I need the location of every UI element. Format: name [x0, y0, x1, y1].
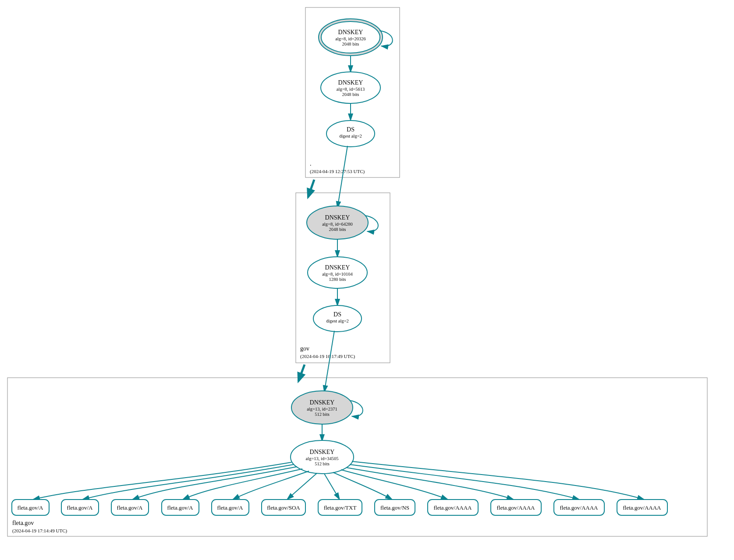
- svg-text:DNSKEY: DNSKEY: [325, 214, 350, 221]
- svg-text:2048 bits: 2048 bits: [342, 92, 359, 97]
- svg-text:DNSKEY: DNSKEY: [310, 449, 335, 455]
- leaf-2: fleta.gov/A: [111, 500, 149, 515]
- svg-text:fleta.gov/AAAA: fleta.gov/AAAA: [433, 504, 472, 511]
- svg-text:512 bits: 512 bits: [315, 461, 330, 466]
- edge-root-ds-to-gov-ksk: [337, 146, 347, 208]
- leaf-3: fleta.gov/A: [162, 500, 199, 515]
- zone-root-label: .: [310, 160, 312, 167]
- leaf-5: fleta.gov/SOA: [262, 500, 305, 515]
- svg-text:2048 bits: 2048 bits: [329, 227, 346, 232]
- zone-gov-label: gov: [300, 345, 309, 352]
- svg-text:DNSKEY: DNSKEY: [338, 29, 363, 35]
- leaf-6: fleta.gov/TXT: [318, 500, 362, 515]
- leaf-1: fleta.gov/A: [61, 500, 99, 515]
- svg-text:DS: DS: [333, 311, 341, 318]
- svg-text:fleta.gov/AAAA: fleta.gov/AAAA: [623, 504, 661, 511]
- svg-text:digest alg=2: digest alg=2: [326, 319, 349, 323]
- node-fleta-ksk: DNSKEY alg=13, id=2371 512 bits: [291, 391, 353, 424]
- leaf-8: fleta.gov/AAAA: [428, 500, 478, 515]
- svg-text:fleta.gov/A: fleta.gov/A: [18, 504, 43, 511]
- svg-text:DS: DS: [347, 126, 355, 133]
- edge-root-to-gov-zone: [308, 180, 314, 197]
- svg-text:fleta.gov/A: fleta.gov/A: [217, 504, 243, 511]
- node-fleta-zsk: DNSKEY alg=13, id=34505 512 bits: [291, 440, 354, 474]
- svg-text:fleta.gov/A: fleta.gov/A: [117, 504, 143, 511]
- node-gov-ds: DS digest alg=2: [313, 305, 362, 332]
- node-root-ksk: DNSKEY alg=8, id=20326 2048 bits: [319, 19, 383, 56]
- node-root-ds: DS digest alg=2: [326, 121, 375, 147]
- svg-text:alg=8, id=10104: alg=8, id=10104: [322, 272, 353, 276]
- svg-text:512 bits: 512 bits: [315, 412, 330, 417]
- leaf-11: fleta.gov/AAAA: [617, 500, 667, 515]
- svg-text:alg=13, id=34505: alg=13, id=34505: [306, 456, 339, 461]
- svg-text:fleta.gov/NS: fleta.gov/NS: [380, 504, 409, 511]
- svg-text:fleta.gov/A: fleta.gov/A: [167, 504, 193, 511]
- leaf-10: fleta.gov/AAAA: [554, 500, 604, 515]
- svg-text:fleta.gov/AAAA: fleta.gov/AAAA: [560, 504, 598, 511]
- node-gov-zsk: DNSKEY alg=8, id=10104 1280 bits: [308, 257, 367, 288]
- svg-text:fleta.gov/SOA: fleta.gov/SOA: [267, 504, 300, 511]
- node-gov-ksk: DNSKEY alg=8, id=64280 2048 bits: [307, 206, 368, 239]
- svg-text:1280 bits: 1280 bits: [329, 277, 346, 282]
- svg-text:alg=13, id=2371: alg=13, id=2371: [307, 407, 337, 411]
- svg-text:2048 bits: 2048 bits: [342, 42, 359, 46]
- svg-text:DNSKEY: DNSKEY: [310, 399, 335, 406]
- svg-text:DNSKEY: DNSKEY: [338, 79, 363, 86]
- leaf-7: fleta.gov/NS: [375, 500, 415, 515]
- svg-text:alg=8, id=64280: alg=8, id=64280: [322, 222, 353, 227]
- zone-fleta-timestamp: (2024-04-19 17:14:49 UTC): [12, 528, 67, 534]
- svg-text:alg=8, id=5613: alg=8, id=5613: [337, 87, 365, 92]
- svg-text:fleta.gov/TXT: fleta.gov/TXT: [324, 504, 357, 511]
- svg-text:fleta.gov/AAAA: fleta.gov/AAAA: [496, 504, 535, 511]
- leaf-0: fleta.gov/A: [12, 500, 49, 515]
- dnssec-diagram: . (2024-04-19 12:27:53 UTC) DNSKEY alg=8…: [0, 0, 734, 560]
- zone-fleta-label: fleta.gov: [12, 520, 34, 526]
- zone-root-timestamp: (2024-04-19 12:27:53 UTC): [310, 169, 365, 174]
- leaf-9: fleta.gov/AAAA: [491, 500, 541, 515]
- svg-text:digest alg=2: digest alg=2: [339, 134, 362, 138]
- svg-text:fleta.gov/A: fleta.gov/A: [67, 504, 93, 511]
- edge-gov-to-fleta-zone: [298, 365, 305, 381]
- edge-gov-ds-to-fleta-ksk: [324, 331, 334, 392]
- node-root-zsk: DNSKEY alg=8, id=5613 2048 bits: [321, 72, 380, 103]
- leaf-4: fleta.gov/A: [212, 500, 249, 515]
- svg-text:DNSKEY: DNSKEY: [325, 264, 350, 271]
- svg-text:alg=8, id=20326: alg=8, id=20326: [335, 36, 366, 41]
- zone-gov-timestamp: (2024-04-19 16:17:49 UTC): [300, 354, 355, 359]
